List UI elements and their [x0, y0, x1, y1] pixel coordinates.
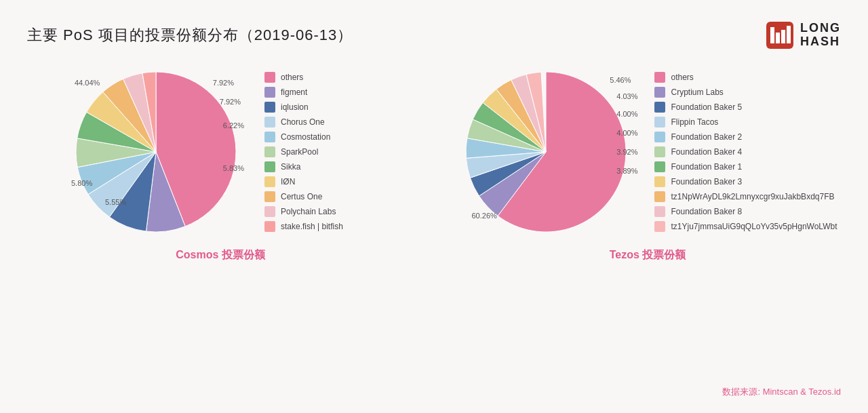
cosmos-pie-svg	[68, 64, 244, 240]
tezos-label-1: 5.46%	[610, 76, 631, 84]
legend-item: others	[264, 72, 373, 83]
legend-item: Foundation Baker 4	[654, 146, 837, 157]
cosmos-section: 44.04% 7.92% 7.92% 6.22% 5.83% 5.80% 5.5…	[27, 64, 414, 262]
legend-item: iqlusion	[264, 102, 373, 113]
legend-label-text: Foundation Baker 5	[671, 102, 742, 112]
legend-item: figment	[264, 87, 373, 98]
legend-label-text: Foundation Baker 4	[671, 147, 742, 157]
tezos-label-others: 60.26%	[471, 212, 496, 220]
legend-label-text: Flippin Tacos	[671, 117, 718, 127]
legend-label-text: tz1Yju7jmmsaUiG9qQLoYv35v5pHgnWoLWbt	[671, 222, 837, 231]
source-text: 数据来源: Mintscan & Tezos.id	[722, 386, 841, 398]
cosmos-pie-wrapper: 44.04% 7.92% 7.92% 6.22% 5.83% 5.80% 5.5…	[68, 64, 244, 240]
cosmos-chart-legend: 44.04% 7.92% 7.92% 6.22% 5.83% 5.80% 5.5…	[68, 64, 373, 240]
legend-color-box	[264, 102, 275, 113]
legend-color-box	[264, 206, 275, 217]
tezos-chart-title: Tezos 投票份额	[610, 248, 686, 262]
tezos-label-6: 3.89%	[616, 167, 637, 175]
legend-color-box	[264, 87, 275, 98]
legend-color-box	[654, 87, 665, 98]
legend-color-box	[654, 206, 665, 217]
legend-item: Foundation Baker 8	[654, 206, 837, 217]
legend-color-box	[654, 117, 665, 127]
legend-label-text: IØN	[281, 177, 295, 186]
legend-item: SparkPool	[264, 146, 373, 157]
cosmos-label-sparkpool: 5.80%	[71, 179, 92, 187]
legend-label-text: Foundation Baker 3	[671, 177, 742, 186]
legend-color-box	[264, 132, 275, 142]
cosmos-label-others: 44.04%	[75, 79, 100, 87]
legend-item: tz1Yju7jmmsaUiG9qQLoYv35v5pHgnWoLWbt	[654, 221, 837, 232]
legend-color-box	[264, 221, 275, 232]
legend-label-text: Foundation Baker 2	[671, 132, 742, 142]
tezos-label-2: 4.03%	[616, 92, 637, 100]
legend-color-box	[264, 176, 275, 187]
svg-rect-3	[781, 30, 785, 43]
legend-color-box	[654, 72, 665, 83]
cosmos-chart-title: Cosmos 投票份额	[176, 248, 265, 262]
cosmos-label-cosmostation: 5.83%	[223, 164, 244, 172]
legend-color-box	[654, 191, 665, 202]
tezos-chart-legend: 5.46% 4.03% 4.00% 4.00% 3.92% 3.89% 60.2…	[458, 64, 837, 240]
legend-color-box	[654, 161, 665, 172]
legend-item: Cryptium Labs	[654, 87, 837, 98]
logo-text: LONG HASH	[800, 22, 841, 49]
legend-color-box	[654, 176, 665, 187]
legend-color-box	[264, 146, 275, 157]
legend-color-box	[264, 72, 275, 83]
legend-label-text: Foundation Baker 1	[671, 162, 742, 172]
legend-label-text: Polychain Labs	[281, 207, 336, 216]
cosmos-label-sikka: 5.55%	[105, 198, 126, 206]
legend-label-text: figment	[281, 87, 307, 97]
legend-label-text: stake.fish | bitfish	[281, 222, 343, 231]
tezos-legend: othersCryptium LabsFoundation Baker 5Fli…	[654, 72, 837, 232]
legend-item: others	[654, 72, 837, 83]
legend-item: Chorus One	[264, 117, 373, 127]
cosmos-label-iqlusion: 7.92%	[220, 98, 241, 106]
cosmos-legend: othersfigmentiqlusionChorus OneCosmostat…	[264, 72, 373, 232]
legend-item: Foundation Baker 2	[654, 132, 837, 142]
legend-label-text: others	[281, 73, 303, 82]
tezos-pie-wrapper: 5.46% 4.03% 4.00% 4.00% 3.92% 3.89% 60.2…	[458, 64, 634, 240]
legend-color-box	[264, 191, 275, 202]
cosmos-label-chorus: 6.22%	[223, 121, 244, 130]
legend-label-text: iqlusion	[281, 102, 309, 112]
logo-icon	[765, 20, 795, 50]
legend-item: Certus One	[264, 191, 373, 202]
legend-item: stake.fish | bitfish	[264, 221, 373, 232]
legend-color-box	[654, 221, 665, 232]
legend-color-box	[654, 132, 665, 142]
legend-item: Polychain Labs	[264, 206, 373, 217]
tezos-label-5: 3.92%	[616, 148, 637, 156]
logo-area: LONG HASH	[765, 20, 841, 50]
legend-item: Foundation Baker 5	[654, 102, 837, 113]
cosmos-label-figment: 7.92%	[213, 79, 234, 87]
legend-label-text: SparkPool	[281, 147, 318, 157]
legend-label-text: Chorus One	[281, 117, 325, 127]
tezos-section: 5.46% 4.03% 4.00% 4.00% 3.92% 3.89% 60.2…	[454, 64, 841, 262]
legend-label-text: Foundation Baker 8	[671, 207, 742, 216]
svg-rect-1	[770, 27, 774, 43]
legend-item: IØN	[264, 176, 373, 187]
legend-color-box	[264, 117, 275, 127]
legend-color-box	[264, 161, 275, 172]
svg-rect-2	[776, 33, 780, 43]
header: 主要 PoS 项目的投票份额分布（2019-06-13） LONG HASH	[27, 20, 841, 50]
page-container: 主要 PoS 项目的投票份额分布（2019-06-13） LONG HASH	[0, 0, 868, 413]
legend-item: tz1NpWrAyDL9k2Lmnyxcgr9xuJakbBxdq7FB	[654, 191, 837, 202]
svg-rect-4	[787, 26, 791, 43]
legend-label-text: others	[671, 73, 693, 82]
charts-row: 44.04% 7.92% 7.92% 6.22% 5.83% 5.80% 5.5…	[27, 64, 841, 262]
legend-color-box	[654, 146, 665, 157]
tezos-label-4: 4.00%	[616, 129, 637, 137]
legend-item: Foundation Baker 1	[654, 161, 837, 172]
legend-item: Foundation Baker 3	[654, 176, 837, 187]
legend-item: Cosmostation	[264, 132, 373, 142]
legend-label-text: Sikka	[281, 162, 300, 172]
legend-item: Flippin Tacos	[654, 117, 837, 127]
legend-label-text: Certus One	[281, 192, 322, 201]
page-title: 主要 PoS 项目的投票份额分布（2019-06-13）	[27, 25, 353, 45]
tezos-label-3: 4.00%	[616, 110, 637, 118]
legend-label-text: Cosmostation	[281, 132, 330, 142]
legend-color-box	[654, 102, 665, 113]
